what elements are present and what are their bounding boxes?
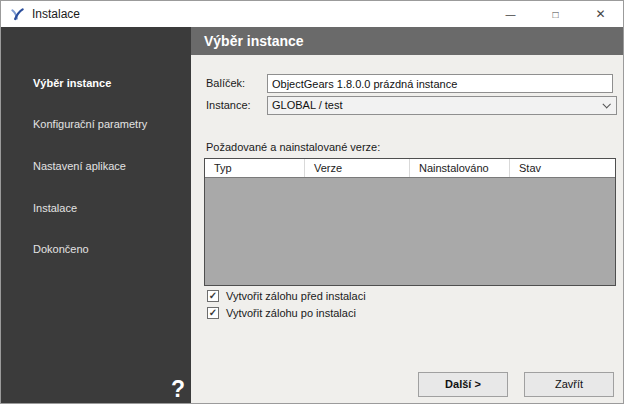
sidebar-step-vyber-instance[interactable]: Výběr instance [33, 77, 111, 89]
instance-selected-value: GLOBAL / test [272, 99, 343, 111]
column-header-verze: Verze [305, 159, 410, 177]
sidebar-step-instalace[interactable]: Instalace [33, 202, 77, 214]
checkbox-checked-icon[interactable]: ✓ [207, 290, 219, 302]
close-window-button[interactable]: ✕ [578, 1, 623, 27]
instance-dropdown[interactable]: GLOBAL / test [267, 96, 617, 115]
checkbox-checked-icon[interactable]: ✓ [207, 307, 219, 319]
column-header-stav: Stav [510, 159, 615, 177]
instance-label: Instance: [206, 96, 251, 115]
column-header-nainstalovano: Nainstalováno [410, 159, 510, 177]
sidebar-step-nastaveni-aplikace[interactable]: Nastavení aplikace [33, 160, 126, 172]
versions-table-body [205, 178, 615, 285]
versions-table: Typ Verze Nainstalováno Stav [204, 158, 616, 286]
window-title: Instalace [32, 7, 488, 21]
backup-after-label: Vytvořit zálohu po instalaci [226, 307, 356, 319]
main-panel: Výběr instance Balíček: Instance: GLOBAL… [191, 27, 623, 403]
sidebar-step-konfiguracni-parametry[interactable]: Konfigurační parametry [33, 118, 147, 130]
help-question-mark[interactable]: ? [171, 378, 185, 401]
versions-section-label: Požadované a nainstalované verze: [206, 141, 380, 153]
package-input[interactable] [267, 74, 613, 93]
backup-after-checkbox-row[interactable]: ✓ Vytvořit zálohu po instalaci [207, 307, 356, 319]
maximize-button[interactable]: □ [533, 1, 578, 27]
backup-before-label: Vytvořit zálohu před instalaci [226, 290, 366, 302]
wizard-steps-sidebar: Výběr instance Konfigurační parametry Na… [1, 27, 191, 403]
sidebar-step-dokonceno[interactable]: Dokončeno [33, 243, 89, 255]
package-label: Balíček: [206, 74, 245, 93]
title-bar: Instalace — □ ✕ [1, 1, 623, 27]
close-button[interactable]: Zavřít [524, 372, 614, 397]
installer-window: Instalace — □ ✕ Výběr instance Konfigura… [0, 0, 624, 404]
next-button[interactable]: Další > [418, 372, 508, 397]
app-logo-icon [10, 7, 25, 22]
versions-table-header: Typ Verze Nainstalováno Stav [205, 159, 615, 178]
chevron-down-icon [602, 100, 610, 108]
backup-before-checkbox-row[interactable]: ✓ Vytvořit zálohu před instalaci [207, 290, 366, 302]
minimize-button[interactable]: — [488, 1, 533, 27]
column-header-typ: Typ [205, 159, 305, 177]
page-content: Balíček: Instance: GLOBAL / test Požadov… [191, 55, 623, 403]
page-title: Výběr instance [191, 27, 623, 55]
